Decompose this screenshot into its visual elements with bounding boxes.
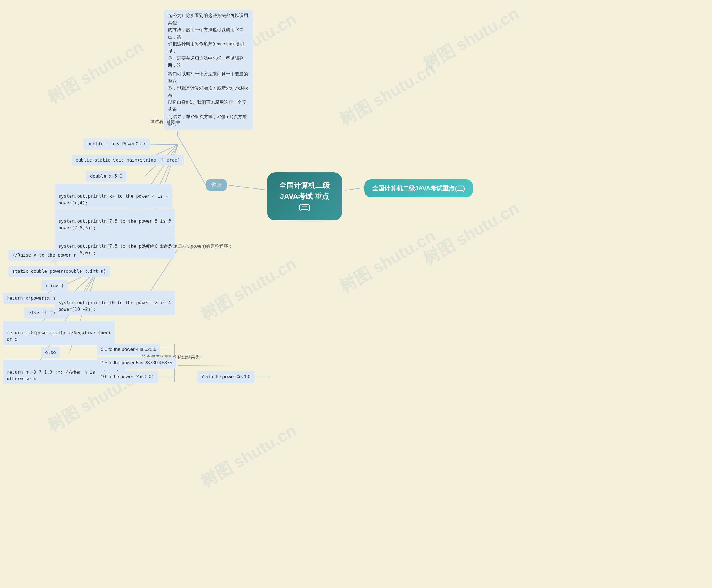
code-println-power-neg2-text: system.out.println(10 to the power -2 is… [58, 300, 171, 312]
svg-line-23 [178, 365, 230, 365]
code-else: else [41, 347, 60, 358]
right-main-text: 全国计算机二级JAVA考试重点(三) [372, 185, 465, 192]
right-main-node: 全国计算机二级JAVA考试重点(三) [364, 179, 473, 197]
output-power-neg2-text: 10 to the power -2 is 0.01 [101, 374, 154, 379]
code-return-negative-text: return 1.0/power(x,n); //Negative Dower … [7, 330, 111, 342]
code-return-negative: return 1.0/power(x,n); //Negative Dower … [3, 320, 115, 345]
complete-program-text: 这里有一个包含递归方法power()的完整程序： [142, 244, 232, 249]
code-println-power5: system.out.println(7.5 to the power 5 is… [55, 209, 175, 233]
code-if-n1: it(n>1) [41, 280, 67, 291]
code-println-power-neg2: system.out.println(10 to the power -2 is… [55, 291, 175, 315]
output-power5-text: 7.5 to the power 5 is 23730.46875 [101, 360, 172, 365]
code-println-power4-text: system.out.println(x+ to the power 4 is … [58, 193, 168, 206]
try-label: 试试看--计算幂 [150, 119, 180, 125]
watermark-6: 树图 shutu.cn [196, 253, 301, 326]
code-main: public static void main(string [] arga) [72, 154, 184, 166]
code-println-power4: system.out.println(x+ to the power 4 is … [55, 184, 172, 209]
watermark-8: 树图 shutu.cn [419, 197, 523, 270]
label-digui: 递归 [206, 179, 227, 191]
code-double-x: double x=5.0 [86, 171, 126, 182]
code-double-x-text: double x=5.0 [90, 173, 122, 179]
output-power0-text: 7.5 to the power 0is 1.0 [201, 374, 250, 379]
center-text: 全国计算机二级JAVA考试 重点(三) [279, 181, 330, 211]
output-power5: 7.5 to the power 5 is 23730.46875 [97, 357, 176, 369]
watermark-3: 树图 shutu.cn [335, 58, 440, 131]
code-powerCalc-text: public class PowerCalc [87, 141, 146, 147]
svg-line-0 [345, 188, 364, 190]
code-main-text: public static void main(string [] arga) [76, 158, 180, 163]
watermark-1: 树图 shutu.cn [43, 36, 148, 109]
output-power0: 7.5 to the power 0is 1.0 [198, 371, 255, 382]
output-power4: 5.0 to the power 4 is 625.0 [97, 344, 160, 355]
code-println-power5-text: system.out.println(7.5 to the power 5 is… [58, 218, 171, 230]
code-power-signature-text: static double power(double x,int n) [12, 269, 106, 274]
output-power-neg2: 10 to the power -2 is 0.01 [97, 371, 158, 382]
code-power-signature: static double power(double x,int n) [8, 266, 110, 277]
code-raise-comment: //Raise x to the power n [8, 250, 80, 261]
watermark-7: 树图 shutu.cn [335, 225, 440, 298]
svg-line-1 [228, 185, 270, 190]
code-else-text: else [45, 350, 56, 355]
watermark-4: 树图 shutu.cn [419, 2, 523, 76]
center-node: 全国计算机二级JAVA考试 重点(三) [267, 172, 342, 220]
watermark-10: 树图 shutu.cn [196, 420, 301, 492]
complete-program-label: 这里有一个包含递归方法power()的完整程序： [142, 244, 232, 249]
output-power4-text: 5.0 to the power 4 is 625.0 [101, 347, 156, 352]
code-if-n1-text: it(n>1) [45, 283, 64, 288]
code-powerCalc: public class PowerCalc [83, 139, 150, 150]
try-label-text: 试试看--计算幂 [150, 119, 180, 124]
mid-text-box-text: 我们可以编写一个方法来计算一个变量的整数 幂，也就是计算x的n次方或者x*x..… [168, 71, 248, 126]
label-digui-text: 递归 [211, 182, 221, 188]
code-raise-comment-text: //Raise x to the power n [12, 252, 77, 258]
